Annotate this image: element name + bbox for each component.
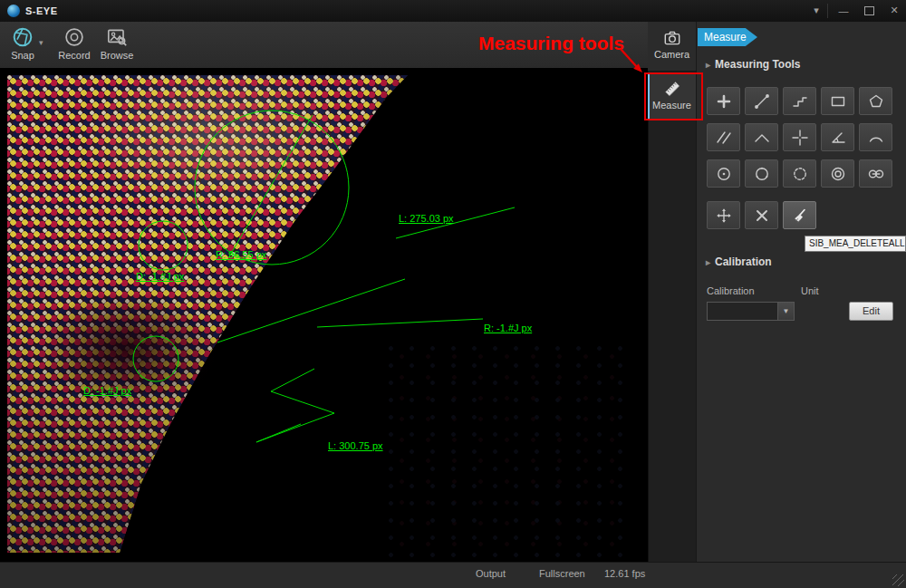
tool-angle-vertex-button[interactable] bbox=[821, 123, 854, 151]
collapse-arrow-icon: ▸ bbox=[706, 257, 710, 267]
tool-polygon-button[interactable] bbox=[859, 87, 892, 115]
unit-label: Unit bbox=[801, 285, 819, 296]
measure-circle-small-1 bbox=[139, 221, 188, 270]
measure-circle-large bbox=[195, 111, 349, 265]
measure-line-2 bbox=[217, 279, 405, 342]
chevron-down-icon[interactable]: ▼ bbox=[777, 303, 794, 320]
rectangle-icon bbox=[829, 92, 847, 111]
record-button[interactable]: Record bbox=[54, 22, 94, 68]
status-bar bbox=[0, 562, 906, 588]
measure-radius-line bbox=[317, 319, 483, 327]
measure-diameter-line bbox=[228, 115, 313, 258]
tab-camera[interactable]: Camera bbox=[648, 22, 696, 72]
point-icon bbox=[715, 92, 733, 111]
browse-icon bbox=[105, 25, 129, 49]
angle-vertex-icon bbox=[829, 129, 847, 147]
app-logo-icon bbox=[7, 5, 20, 17]
measurement-label: R: -1.#J px bbox=[484, 323, 532, 333]
minimize-icon: — bbox=[839, 5, 849, 16]
center-circle-icon bbox=[715, 165, 733, 183]
snap-aperture-icon bbox=[11, 25, 34, 49]
selected-tab-tag: Measure bbox=[698, 28, 757, 46]
tool-center-circle-button[interactable] bbox=[707, 159, 740, 188]
status-output[interactable]: Output bbox=[476, 568, 506, 579]
tutorial-highlight-box bbox=[644, 72, 703, 120]
double-circle-icon bbox=[867, 165, 885, 183]
tool-polyline-button[interactable] bbox=[783, 87, 816, 115]
record-label: Record bbox=[54, 50, 94, 61]
calibration-header[interactable]: ▸Calibration bbox=[706, 255, 772, 268]
polyline-icon bbox=[791, 92, 809, 111]
browse-button[interactable]: Browse bbox=[97, 22, 137, 68]
snap-button[interactable]: Snap bbox=[5, 22, 40, 68]
tool-point-button[interactable] bbox=[707, 87, 740, 115]
minimize-button[interactable]: — bbox=[832, 0, 855, 21]
measuring-tools-header-label: Measuring Tools bbox=[715, 58, 800, 71]
angle-icon bbox=[753, 129, 771, 147]
window-title: S-EYE bbox=[25, 5, 58, 16]
measurement-label: D: -1.#J px bbox=[136, 271, 184, 282]
crosshair-icon bbox=[791, 129, 809, 147]
maximize-button[interactable] bbox=[857, 0, 881, 21]
chevron-down-icon: ▾ bbox=[814, 5, 819, 16]
tool-arc-button[interactable] bbox=[859, 123, 892, 151]
measurement-label: L: 300.75 px bbox=[328, 440, 383, 451]
calibration-header-label: Calibration bbox=[715, 255, 772, 268]
tool-move-button[interactable] bbox=[707, 201, 740, 229]
measurement-label: L: 275.03 px bbox=[399, 213, 454, 224]
tool-annulus-button[interactable] bbox=[821, 159, 854, 188]
measurement-label: D: -1.#J px bbox=[83, 385, 131, 396]
resize-grip[interactable] bbox=[892, 574, 904, 586]
move-icon bbox=[715, 207, 733, 225]
polygon-icon bbox=[867, 92, 885, 111]
parallel-lines-icon bbox=[715, 129, 733, 147]
edit-button[interactable]: Edit bbox=[849, 302, 893, 321]
broom-icon bbox=[791, 207, 809, 225]
tool-crosshair-button[interactable] bbox=[783, 123, 816, 151]
calibration-label: Calibration bbox=[707, 285, 755, 296]
status-fullscreen[interactable]: Fullscreen bbox=[539, 568, 585, 579]
measure-circle-small-2 bbox=[133, 336, 178, 381]
tutorial-annotation-text: Measuring tools bbox=[478, 33, 624, 54]
annulus-icon bbox=[829, 165, 847, 183]
tool-circle-button[interactable] bbox=[745, 159, 778, 188]
title-bar: S-EYE ▾ — ✕ bbox=[0, 0, 906, 23]
measuring-tools-grid-row2 bbox=[707, 201, 892, 229]
tool-dashed-circle-button[interactable] bbox=[783, 159, 816, 188]
tool-double-circle-button[interactable] bbox=[859, 159, 892, 188]
delete-icon bbox=[753, 207, 771, 225]
camera-icon bbox=[661, 28, 683, 48]
maximize-icon bbox=[864, 6, 874, 15]
tooltip: SIB_MEA_DELETEALL bbox=[805, 236, 906, 252]
measuring-tools-grid bbox=[707, 87, 892, 188]
snap-dropdown-caret[interactable]: ▾ bbox=[39, 38, 43, 47]
s-eye-window: S-EYE ▾ — ✕ Snap ▾ Record bbox=[0, 0, 906, 588]
dashed-circle-icon bbox=[791, 165, 809, 183]
tool-rectangle-button[interactable] bbox=[821, 87, 854, 115]
measurement-label: R: 96.55 px bbox=[216, 249, 266, 260]
record-icon bbox=[63, 25, 86, 49]
circle-icon bbox=[753, 165, 771, 183]
arc-icon bbox=[867, 129, 885, 147]
tool-angle-button[interactable] bbox=[745, 123, 778, 151]
line-icon bbox=[753, 92, 771, 111]
measure-polyline bbox=[256, 369, 334, 442]
measurement-overlay bbox=[0, 68, 648, 562]
collapse-arrow-icon: ▸ bbox=[706, 60, 710, 70]
status-fps: 12.61 fps bbox=[604, 568, 645, 579]
close-icon: ✕ bbox=[890, 5, 898, 16]
tab-camera-label: Camera bbox=[648, 49, 696, 60]
tool-delete-button[interactable] bbox=[745, 201, 778, 229]
tool-delete-all-button[interactable] bbox=[783, 201, 816, 229]
calibration-select[interactable]: ▼ bbox=[707, 302, 795, 321]
measuring-tools-header[interactable]: ▸Measuring Tools bbox=[706, 58, 800, 71]
camera-viewport[interactable]: R: 96.55 px D: -1.#J px L: 275.03 px R: … bbox=[0, 68, 648, 562]
titlebar-separator bbox=[827, 4, 828, 18]
browse-label: Browse bbox=[97, 50, 137, 61]
snap-label: Snap bbox=[5, 50, 40, 61]
tool-parallel-lines-button[interactable] bbox=[707, 123, 740, 151]
close-button[interactable]: ✕ bbox=[882, 0, 906, 21]
tool-line-button[interactable] bbox=[745, 87, 778, 115]
window-menu-button[interactable]: ▾ bbox=[805, 0, 828, 21]
